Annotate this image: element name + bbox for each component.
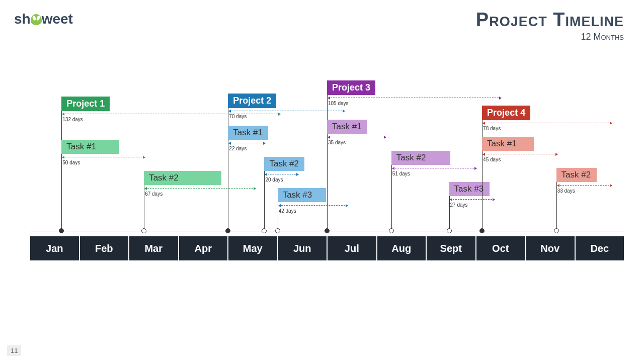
milestone-dot-open xyxy=(141,228,146,233)
milestone-dot-filled xyxy=(225,228,230,233)
page-header: Project Timeline 12 Months xyxy=(476,9,624,42)
duration-label: 51 days xyxy=(392,171,410,176)
project-stem xyxy=(228,94,228,230)
milestone-dot-open xyxy=(447,228,452,233)
brand-logo: shweet xyxy=(14,11,73,27)
page-title: Project Timeline xyxy=(476,9,624,31)
duration-arrow xyxy=(483,123,612,123)
project-stem xyxy=(61,97,62,230)
month-cell: Aug xyxy=(377,236,426,260)
duration-label: 22 days xyxy=(229,146,247,151)
timeline-chart: JanFebMarAprMayJunJulAugSeptOctNovDec Pr… xyxy=(30,75,624,251)
task-label: Task #3 xyxy=(278,188,326,202)
milestone-dot-open xyxy=(554,228,559,233)
duration-arrow xyxy=(328,98,501,98)
month-cell: Mar xyxy=(129,236,178,260)
duration-arrow xyxy=(279,205,348,206)
project-label: Project 2 xyxy=(228,94,276,108)
duration-label: 50 days xyxy=(62,160,80,165)
month-cell: Feb xyxy=(80,236,129,260)
task-label: Task #3 xyxy=(449,182,490,196)
task-label: Task #1 xyxy=(327,120,367,134)
month-cell: May xyxy=(228,236,277,260)
duration-label: 33 days xyxy=(557,188,575,194)
duration-label: 67 days xyxy=(145,191,163,197)
month-cell: Jan xyxy=(30,236,79,260)
duration-label: 27 days xyxy=(450,202,468,208)
task-label: Task #1 xyxy=(61,140,119,154)
duration-label: 78 days xyxy=(483,126,501,131)
month-cell: Nov xyxy=(526,236,575,260)
month-cell: Sept xyxy=(427,236,475,260)
leaf-icon xyxy=(31,14,42,25)
duration-label: 105 days xyxy=(328,101,349,106)
duration-arrow xyxy=(557,185,612,186)
milestone-dot-filled xyxy=(479,228,485,233)
page-subtitle: 12 Months xyxy=(476,32,624,42)
duration-arrow xyxy=(229,143,265,143)
logo-text-post: weet xyxy=(42,11,73,27)
month-cell: Dec xyxy=(576,236,624,260)
logo-text-pre: sh xyxy=(14,11,31,27)
duration-label: 45 days xyxy=(483,157,501,162)
month-cell: Apr xyxy=(179,236,228,260)
duration-label: 70 days xyxy=(229,114,247,119)
duration-arrow xyxy=(328,137,386,137)
duration-label: 20 days xyxy=(265,177,283,183)
duration-arrow xyxy=(392,168,476,168)
duration-arrow xyxy=(265,174,298,174)
duration-arrow xyxy=(483,154,557,154)
milestone-dot-filled xyxy=(59,228,64,233)
month-cell: Jul xyxy=(328,236,376,260)
page-number: 11 xyxy=(7,345,21,356)
project-label: Project 4 xyxy=(482,106,530,120)
task-label: Task #2 xyxy=(144,171,221,185)
milestone-dot-filled xyxy=(325,228,330,233)
project-label: Project 3 xyxy=(327,80,375,95)
project-stem xyxy=(327,80,328,230)
milestone-dot-open xyxy=(275,228,280,233)
duration-arrow xyxy=(450,199,495,200)
task-label: Task #2 xyxy=(391,151,450,165)
task-label: Task #1 xyxy=(228,126,268,140)
task-label: Task #1 xyxy=(482,137,534,151)
duration-arrow xyxy=(62,157,145,157)
duration-arrow xyxy=(145,188,256,189)
month-cell: Oct xyxy=(476,236,525,260)
duration-label: 35 days xyxy=(328,140,346,145)
month-axis: JanFebMarAprMayJunJulAugSeptOctNovDec xyxy=(30,236,624,260)
month-cell: Jun xyxy=(278,236,327,260)
duration-arrow xyxy=(62,114,280,114)
project-label: Project 1 xyxy=(61,97,110,111)
milestone-dot-open xyxy=(262,228,267,233)
duration-label: 132 days xyxy=(62,117,83,122)
task-label: Task #2 xyxy=(556,168,597,182)
duration-label: 42 days xyxy=(279,208,296,214)
task-label: Task #2 xyxy=(264,157,304,171)
milestone-dot-open xyxy=(389,228,394,233)
